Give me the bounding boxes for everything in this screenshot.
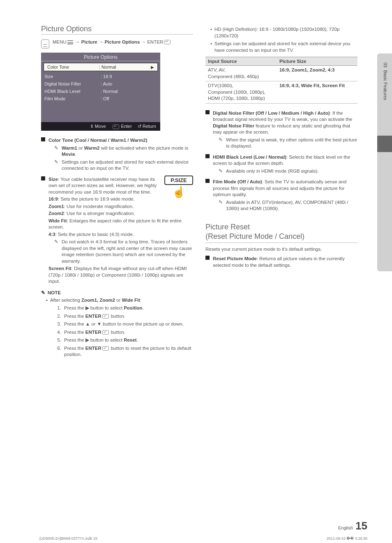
digital-noise-filter-section: Digital Noise Filter (Off / Low / Medium… <box>205 109 357 151</box>
size-item: 4:3: Sets the picture to basic (4:3) mod… <box>48 231 193 238</box>
menu-suffix: ENTER <box>147 39 163 44</box>
reset-lead: Resets your current picture mode to it's… <box>205 246 357 253</box>
dnf-text: Digital Noise Filter (Off / Low / Medium… <box>213 110 357 136</box>
left-column: Picture Options MENU → Picture → Picture… <box>41 25 193 360</box>
enter-glyph-icon <box>164 40 171 44</box>
osd-panel: Picture Options Color Tone : Normal ▶ Si… <box>41 53 160 131</box>
osd-row: HDMI Black Level : Normal <box>41 88 160 95</box>
return-icon: ↺ <box>138 124 141 129</box>
note-icon: ✎ <box>219 137 223 150</box>
note-text: Available in ATV, DTV(interlace), AV, CO… <box>226 199 357 212</box>
note-heading: ✎ NOTE <box>41 290 193 296</box>
move-hint: ⇕ Move <box>90 124 106 129</box>
note-text: Available only in HDMI mode (RGB signals… <box>226 168 357 175</box>
step-item: Press the ENTER button. <box>62 329 193 336</box>
table-header-row: Input Source Picture Size <box>205 57 357 66</box>
step-item: Press the ▲ or ▼ button to move the pict… <box>62 321 193 328</box>
side-tab-text: 03 Basic Features <box>383 62 388 100</box>
menu-part-2: Picture Options <box>105 39 140 44</box>
return-hint: ↺ Return <box>138 124 156 129</box>
right-arrow-icon: ▶ <box>151 65 154 69</box>
menu-part-1: Picture <box>81 39 97 44</box>
note-icon: ✎ <box>219 199 223 212</box>
enter-glyph-icon <box>102 314 109 319</box>
page-title: Picture Options <box>41 25 193 35</box>
note-icon: ✎ <box>54 145 58 158</box>
step-item: Press the ENTER button to reset the pict… <box>62 345 193 358</box>
osd-spacer <box>41 102 160 122</box>
side-tab-marker <box>377 136 392 152</box>
color-tone-section: Color Tone (Cool / Normal / Warm1 / Warm… <box>41 136 193 173</box>
chapter-side-tab: 03 Basic Features <box>377 53 392 271</box>
table-cell: 16:9, 4:3, Wide Fit, Screen Fit <box>277 81 357 104</box>
osd-row: Size : 16:9 <box>41 73 160 80</box>
osd-label: Size <box>44 74 101 79</box>
osd-row-selected: Color Tone : Normal ▶ <box>44 63 158 71</box>
note-text: When the signal is weak, try other optio… <box>226 137 357 150</box>
table-header: Input Source <box>205 57 277 66</box>
table-row: ATV, AV, Component (480i, 480p) 16:9, Zo… <box>205 66 357 81</box>
bullet-item: Settings can be adjusted and stored for … <box>210 41 357 53</box>
step-item: Press the ▶ button to select Position. <box>62 305 193 312</box>
osd-value: : Off <box>101 96 157 101</box>
chapter-number: 03 <box>383 62 388 67</box>
osd-title: Picture Options <box>41 53 160 61</box>
footer-lang: English <box>338 525 353 530</box>
table-cell: ATV, AV, Component (480i, 480p) <box>205 66 277 81</box>
hand-pointer-icon: ☝ <box>164 186 193 199</box>
note-icon: ✎ <box>219 168 223 175</box>
right-column: HD (High Definition): 16:9 - 1080i/1080p… <box>205 25 367 360</box>
square-bullet-icon <box>205 256 210 260</box>
print-mark: [UD5005-ZA]BN68-03777A.indb 15 2011-06-2… <box>39 536 367 541</box>
enter-hint: Enter <box>112 124 132 129</box>
osd-label: Film Mode <box>44 96 101 101</box>
note-lead: After selecting Zoom1, Zoom2 or Wide Fit… <box>46 297 193 358</box>
osd-value: : Normal <box>101 89 157 94</box>
size-item: Screen Fit: Displays the full image with… <box>48 266 193 285</box>
page-footer: English 15 <box>39 520 367 532</box>
table-header: Picture Size <box>277 57 357 66</box>
menu-prefix: MENU <box>53 39 67 44</box>
psize-label: P.SIZE <box>164 176 193 185</box>
square-bullet-icon <box>41 176 45 180</box>
square-bullet-icon <box>205 179 210 183</box>
square-bullet-icon <box>41 137 45 141</box>
osd-value: : Auto <box>101 81 157 86</box>
osd-label: HDMI Black Level <box>44 89 101 94</box>
film-text: Film Mode (Off / Auto): Sets the TV to a… <box>213 179 357 198</box>
note-icon: ✎ <box>54 239 58 264</box>
osd-footer: ⇕ Move Enter ↺ Return <box>41 122 160 131</box>
osd-label: Color Tone <box>47 65 99 69</box>
size-item: Wide Fit: Enlarges the aspect ratio of t… <box>48 218 193 231</box>
size-section: P.SIZE ☝ Size: Your cable box/satellite … <box>41 176 193 286</box>
note-icon: ✎ <box>41 290 45 296</box>
page-number: 15 <box>355 520 367 532</box>
step-item: Press the ▶ button to select Reset. <box>62 337 193 344</box>
reset-item: Reset Picture Mode: Returns all picture … <box>213 256 357 268</box>
hdmi-text: HDMI Black Level (Low / Normal): Selects… <box>213 154 357 167</box>
square-bullet-icon <box>205 154 210 158</box>
enter-icon <box>113 125 119 129</box>
note-icon: ✎ <box>54 159 58 172</box>
osd-row: Film Mode : Off <box>41 95 160 102</box>
table-cell: DTV(1080i), Component (1080i, 1080p), HD… <box>205 81 277 104</box>
osd-row: Digital Noise Filter : Auto <box>41 80 160 88</box>
table-cell: 16:9, Zoom1, Zoom2, 4:3 <box>277 66 357 81</box>
osd-value: : Normal <box>99 65 151 69</box>
size-item: Zoom1: Use for moderate magnification. <box>48 203 193 210</box>
table-row: DTV(1080i), Component (1080i, 1080p), HD… <box>205 81 357 104</box>
hdmi-black-level-section: HDMI Black Level (Low / Normal): Selects… <box>205 153 357 176</box>
enter-glyph-icon <box>102 330 109 335</box>
menu-glyph-icon <box>67 40 73 44</box>
menu-path-text: MENU → Picture → Picture Options → ENTER <box>53 39 171 44</box>
print-file: [UD5005-ZA]BN68-03777A.indb 15 <box>39 536 97 541</box>
caution-text: Do not watch in 4:3 format for a long ti… <box>62 239 193 264</box>
menu-path: MENU → Picture → Picture Options → ENTER <box>41 39 193 49</box>
note-text: Settings can be adjusted and stored for … <box>62 159 193 172</box>
steps-list: Press the ▶ button to select Position. P… <box>62 305 193 358</box>
film-mode-section: Film Mode (Off / Auto): Sets the TV to a… <box>205 178 357 213</box>
color-tone-heading: Color Tone (Cool / Normal / Warm1 / Warm… <box>48 138 147 143</box>
size-item: Zoom2: Use for a stronger magnification. <box>48 210 193 217</box>
picture-reset-title: Picture Reset (Reset Picture Mode / Canc… <box>205 222 357 243</box>
chapter-name: Basic Features <box>383 70 388 100</box>
